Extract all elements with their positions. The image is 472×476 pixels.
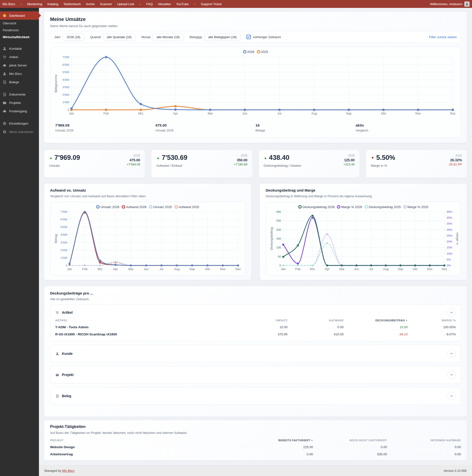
kpi-prev-year: 2025 bbox=[127, 154, 140, 157]
deckungsbeitrag-marge-card: Deckungsbeitrag und Marge Deckungsbeitra… bbox=[259, 184, 467, 280]
chart-plot: 01'0002'0003'0004'0005'0006'0007'000JanF… bbox=[54, 55, 457, 119]
column-header[interactable]: PROJEKT bbox=[50, 439, 239, 442]
managed-by-link[interactable]: Mis Büro bbox=[62, 469, 74, 473]
kpi-number: 438.40 bbox=[269, 154, 289, 162]
column-header[interactable]: ARTIKEL bbox=[55, 319, 239, 322]
legend-item-umsatz-2025[interactable]: Umsatz 2025 bbox=[149, 205, 172, 209]
sidebar-item-men-reduzieren[interactable]: Menü reduzieren bbox=[0, 128, 39, 136]
legend-label: Deckungsbeitrag 2026 bbox=[302, 205, 334, 209]
svg-text:Apr: Apr bbox=[173, 112, 178, 115]
svg-text:Feb: Feb bbox=[82, 267, 88, 271]
sidebar-item-artikel[interactable]: Artikel bbox=[0, 53, 39, 61]
panel-header-projekt[interactable]: Projekt bbox=[55, 370, 456, 379]
svg-text:Aug: Aug bbox=[174, 267, 180, 271]
panel-header-kunde[interactable]: Kunde bbox=[55, 349, 456, 358]
deckungsbeitraege-subtitle: Alle im gewählten Zeitraum. bbox=[50, 297, 461, 301]
topbar-item-monitoring[interactable]: Monitoring bbox=[27, 2, 42, 6]
column-header[interactable]: DECKUNGSBEITRAG ▼ bbox=[344, 319, 408, 322]
panel-header-artikel[interactable]: Artikel bbox=[55, 308, 456, 317]
column-header[interactable]: MARGE % bbox=[408, 319, 456, 322]
sidebar-item-einstellungen[interactable]: Einstellungen bbox=[0, 119, 39, 128]
column-header[interactable]: UMSATZ bbox=[239, 319, 288, 322]
sidebar-spacer bbox=[0, 86, 39, 90]
topbar-item-mis-b-ro[interactable]: Mis Büro bbox=[2, 2, 15, 6]
svg-text:Jun: Jun bbox=[144, 267, 149, 271]
legend-item-aufwand-2025[interactable]: Aufwand 2025 bbox=[175, 205, 199, 209]
topbar-item-aktuelles[interactable]: Aktuelles bbox=[158, 2, 171, 6]
filter-select-monat[interactable]: alle Monate (16) bbox=[153, 33, 184, 41]
svg-text:3'000: 3'000 bbox=[60, 241, 67, 244]
sidebar-item-wirtschaftlichkeit[interactable]: Wirtschaftlichkeit bbox=[0, 34, 39, 40]
svg-text:0%: 0% bbox=[447, 264, 451, 267]
filter-select-belegtyp[interactable]: alle Belegtypen (16) bbox=[204, 33, 241, 41]
table-row[interactable]: Website Design225.000.000.00 bbox=[50, 443, 461, 451]
sidebar-item-belege[interactable]: Belege bbox=[0, 78, 39, 86]
legend-label: 2025 bbox=[261, 50, 268, 54]
svg-text:Apr: Apr bbox=[325, 267, 329, 271]
topbar-item-katalog[interactable]: Katalog bbox=[47, 2, 58, 6]
column-header[interactable]: INTERNER AUFWAND bbox=[387, 439, 461, 442]
page-subtitle: Deine Werte kannst Du auch gegenüber ste… bbox=[50, 24, 461, 28]
topbar-item-faq[interactable]: FAQ bbox=[146, 2, 153, 6]
legend-item-deckungsbeitrag-2025[interactable]: Deckungsbeitrag 2025 bbox=[364, 205, 401, 209]
column-header[interactable]: AUFWAND bbox=[288, 319, 344, 322]
row-cell: 0.00 bbox=[313, 445, 387, 449]
summary-stat: aktivVergleich bbox=[356, 123, 456, 132]
topbar-item-telefonbuch[interactable]: Telefonbuch bbox=[63, 2, 81, 6]
legend-item-2026[interactable]: 2026 bbox=[243, 50, 254, 54]
legend-item-umsatz-2026[interactable]: Umsatz 2026 bbox=[96, 205, 119, 209]
sidebar-item-mis-b-ro[interactable]: Mis Büro bbox=[0, 69, 39, 78]
sidebar-item-kontakte[interactable]: Kontakte bbox=[0, 44, 39, 53]
legend-item-aufwand-2026[interactable]: Aufwand 2026 bbox=[122, 205, 146, 209]
kpi-delta: +7'494.09 bbox=[127, 163, 140, 166]
umsatz-chart: 20262025 01'0002'0003'0004'0005'0006'000… bbox=[50, 47, 461, 138]
nav-separator: – bbox=[194, 2, 196, 6]
legend-item-deckungsbeitrag-2026[interactable]: Deckungsbeitrag 2026 bbox=[298, 205, 334, 209]
topbar-item-support-ticket[interactable]: Support-Ticket bbox=[201, 2, 222, 6]
panel-artikel: ArtikelARTIKELUMSATZAUFWANDDECKUNGSBEITR… bbox=[50, 304, 461, 341]
topbar-item-upload-link[interactable]: Upload-Link bbox=[117, 2, 134, 6]
sidebar-item--bersicht[interactable]: Übersicht bbox=[0, 20, 39, 27]
user-avatar[interactable] bbox=[464, 1, 470, 7]
legend-item-2025[interactable]: 2025 bbox=[257, 50, 268, 54]
table-row[interactable]: R-SS-iX1600 - RICOH ScanSnap iX1600375.9… bbox=[55, 331, 456, 338]
panel-title: Beleg bbox=[62, 394, 71, 398]
column-header[interactable]: NOCH NICHT FAKTURIERT bbox=[313, 439, 387, 442]
sidebar-item-pendenzen[interactable]: Pendenzen bbox=[0, 27, 39, 34]
kpi-value: ▲7'530.69 bbox=[156, 154, 187, 162]
cloud-icon bbox=[2, 63, 7, 68]
sidebar-item-plesk-server[interactable]: plesk Server bbox=[0, 61, 39, 69]
topbar-item-archiv[interactable]: Archiv bbox=[86, 2, 95, 6]
expand-button[interactable] bbox=[447, 392, 456, 400]
aufwand-umsatz-chart: Umsatz 2026Aufwand 2026Umsatz 2025Aufwan… bbox=[50, 202, 245, 275]
sidebar-item-projekte[interactable]: Projekte bbox=[0, 99, 39, 107]
expand-button[interactable] bbox=[447, 349, 456, 358]
kpi-card-umsatz: ▲7'969.09Umsatz2025475.00+7'494.09 bbox=[44, 150, 145, 178]
sidebar-item-posteingang[interactable]: Posteingang bbox=[0, 107, 39, 115]
table-row[interactable]: T-ADM - Tools Admin10.000.0010.00100.00% bbox=[55, 323, 456, 331]
expand-button[interactable] bbox=[447, 371, 456, 379]
legend-item-marge-2025[interactable]: Marge % 2025 bbox=[403, 205, 428, 209]
sidebar-item-label: Wirtschaftlichkeit bbox=[3, 35, 29, 39]
sidebar-item-dashboard[interactable]: Dashboard bbox=[0, 11, 39, 20]
collapse-icon bbox=[2, 130, 7, 134]
filter-reset-link[interactable]: Filter zurück setzen bbox=[429, 35, 457, 39]
column-header[interactable]: BEREITS FAKTURIERT ▼ bbox=[239, 439, 313, 442]
sidebar-item-label: Menü reduzieren bbox=[9, 130, 33, 134]
kpi-delta: -20.81 PP bbox=[448, 163, 462, 166]
legend-item-marge-2026[interactable]: Marge % 2026 bbox=[337, 205, 362, 209]
filter-select-jahr[interactable]: 2026 (16) bbox=[63, 33, 84, 41]
topbar-item-youtube[interactable]: YouTube bbox=[176, 2, 189, 6]
collapse-button[interactable] bbox=[447, 308, 456, 317]
sidebar-item-label: Dokumente bbox=[9, 93, 25, 96]
kpi-label: Marge in % bbox=[371, 164, 395, 168]
filter-select-quartal[interactable]: alle Quartale (16) bbox=[103, 33, 136, 41]
previous-period-toggle[interactable]: vorheriger Zeitraum bbox=[246, 35, 281, 39]
topbar-item-scanner[interactable]: Scanner bbox=[100, 2, 112, 6]
svg-text:Jul: Jul bbox=[277, 112, 281, 115]
sidebar-item-dokumente[interactable]: Dokumente bbox=[0, 90, 39, 99]
table-row[interactable]: Arbeitsvertrag0.00535.000.00 bbox=[50, 451, 461, 458]
previous-period-checkbox[interactable] bbox=[246, 35, 251, 39]
panel-header-beleg[interactable]: Beleg bbox=[55, 391, 456, 401]
svg-text:2'000: 2'000 bbox=[62, 93, 69, 96]
